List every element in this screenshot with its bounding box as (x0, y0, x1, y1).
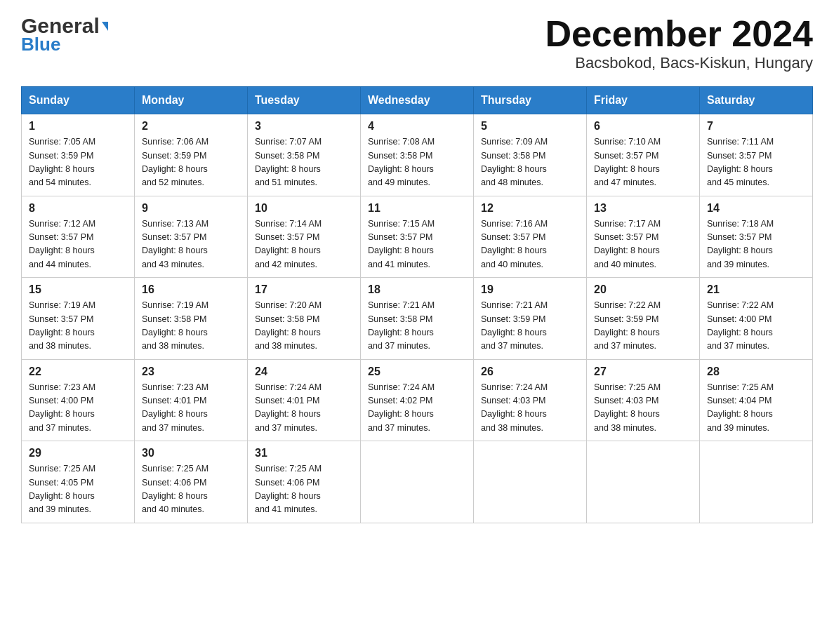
day-info: Sunrise: 7:25 AMSunset: 4:06 PMDaylight:… (255, 462, 353, 517)
day-number: 4 (368, 120, 466, 133)
day-number: 10 (255, 202, 353, 215)
day-info: Sunrise: 7:14 AMSunset: 3:57 PMDaylight:… (255, 217, 353, 272)
calendar-cell: 25Sunrise: 7:24 AMSunset: 4:02 PMDayligh… (361, 359, 474, 441)
calendar-cell: 21Sunrise: 7:22 AMSunset: 4:00 PMDayligh… (700, 278, 813, 360)
calendar-cell: 1Sunrise: 7:05 AMSunset: 3:59 PMDaylight… (22, 114, 135, 196)
day-number: 2 (142, 120, 240, 133)
day-number: 6 (594, 120, 692, 133)
calendar-cell: 28Sunrise: 7:25 AMSunset: 4:04 PMDayligh… (700, 359, 813, 441)
calendar-week-row: 15Sunrise: 7:19 AMSunset: 3:57 PMDayligh… (22, 278, 813, 360)
calendar-cell: 9Sunrise: 7:13 AMSunset: 3:57 PMDaylight… (135, 196, 248, 278)
calendar-cell: 4Sunrise: 7:08 AMSunset: 3:58 PMDaylight… (361, 114, 474, 196)
calendar-cell: 29Sunrise: 7:25 AMSunset: 4:05 PMDayligh… (22, 441, 135, 523)
calendar-week-row: 29Sunrise: 7:25 AMSunset: 4:05 PMDayligh… (22, 441, 813, 523)
calendar-cell: 24Sunrise: 7:24 AMSunset: 4:01 PMDayligh… (248, 359, 361, 441)
calendar-cell: 12Sunrise: 7:16 AMSunset: 3:57 PMDayligh… (474, 196, 587, 278)
logo: General Blue (21, 14, 108, 55)
day-number: 1 (29, 120, 127, 133)
day-number: 14 (707, 202, 805, 215)
day-info: Sunrise: 7:07 AMSunset: 3:58 PMDaylight:… (255, 135, 353, 190)
day-header-tuesday: Tuesday (248, 87, 361, 114)
day-number: 24 (255, 365, 353, 378)
calendar-cell (700, 441, 813, 523)
calendar-cell: 20Sunrise: 7:22 AMSunset: 3:59 PMDayligh… (587, 278, 700, 360)
day-number: 12 (481, 202, 579, 215)
calendar-cell: 26Sunrise: 7:24 AMSunset: 4:03 PMDayligh… (474, 359, 587, 441)
day-number: 31 (255, 447, 353, 459)
day-info: Sunrise: 7:16 AMSunset: 3:57 PMDaylight:… (481, 217, 579, 272)
calendar-week-row: 1Sunrise: 7:05 AMSunset: 3:59 PMDaylight… (22, 114, 813, 196)
day-number: 26 (481, 365, 579, 378)
day-info: Sunrise: 7:08 AMSunset: 3:58 PMDaylight:… (368, 135, 466, 190)
day-number: 20 (594, 283, 692, 296)
day-info: Sunrise: 7:11 AMSunset: 3:57 PMDaylight:… (707, 135, 805, 190)
calendar-table: SundayMondayTuesdayWednesdayThursdayFrid… (21, 86, 813, 523)
day-number: 13 (594, 202, 692, 215)
calendar-cell: 22Sunrise: 7:23 AMSunset: 4:00 PMDayligh… (22, 359, 135, 441)
calendar-header-row: SundayMondayTuesdayWednesdayThursdayFrid… (22, 87, 813, 114)
day-number: 18 (368, 283, 466, 296)
calendar-cell: 23Sunrise: 7:23 AMSunset: 4:01 PMDayligh… (135, 359, 248, 441)
day-info: Sunrise: 7:23 AMSunset: 4:01 PMDaylight:… (142, 381, 240, 436)
day-info: Sunrise: 7:18 AMSunset: 3:57 PMDaylight:… (707, 217, 805, 272)
calendar-cell: 10Sunrise: 7:14 AMSunset: 3:57 PMDayligh… (248, 196, 361, 278)
page-subtitle: Bacsbokod, Bacs-Kiskun, Hungary (545, 54, 813, 72)
calendar-week-row: 8Sunrise: 7:12 AMSunset: 3:57 PMDaylight… (22, 196, 813, 278)
day-number: 29 (29, 447, 127, 459)
calendar-cell: 31Sunrise: 7:25 AMSunset: 4:06 PMDayligh… (248, 441, 361, 523)
calendar-cell (474, 441, 587, 523)
calendar-cell: 16Sunrise: 7:19 AMSunset: 3:58 PMDayligh… (135, 278, 248, 360)
day-info: Sunrise: 7:10 AMSunset: 3:57 PMDaylight:… (594, 135, 692, 190)
day-number: 19 (481, 283, 579, 296)
day-number: 22 (29, 365, 127, 378)
day-header-saturday: Saturday (700, 87, 813, 114)
day-number: 30 (142, 447, 240, 459)
calendar-cell: 8Sunrise: 7:12 AMSunset: 3:57 PMDaylight… (22, 196, 135, 278)
day-number: 15 (29, 283, 127, 296)
day-number: 27 (594, 365, 692, 378)
day-info: Sunrise: 7:12 AMSunset: 3:57 PMDaylight:… (29, 217, 127, 272)
day-info: Sunrise: 7:06 AMSunset: 3:59 PMDaylight:… (142, 135, 240, 190)
day-info: Sunrise: 7:22 AMSunset: 4:00 PMDaylight:… (707, 299, 805, 354)
day-header-monday: Monday (135, 87, 248, 114)
day-header-sunday: Sunday (22, 87, 135, 114)
day-info: Sunrise: 7:09 AMSunset: 3:58 PMDaylight:… (481, 135, 579, 190)
day-info: Sunrise: 7:25 AMSunset: 4:05 PMDaylight:… (29, 462, 127, 517)
calendar-cell: 11Sunrise: 7:15 AMSunset: 3:57 PMDayligh… (361, 196, 474, 278)
calendar-cell: 19Sunrise: 7:21 AMSunset: 3:59 PMDayligh… (474, 278, 587, 360)
calendar-cell: 3Sunrise: 7:07 AMSunset: 3:58 PMDaylight… (248, 114, 361, 196)
day-info: Sunrise: 7:25 AMSunset: 4:06 PMDaylight:… (142, 462, 240, 517)
day-number: 16 (142, 283, 240, 296)
calendar-cell: 2Sunrise: 7:06 AMSunset: 3:59 PMDaylight… (135, 114, 248, 196)
day-number: 21 (707, 283, 805, 296)
day-info: Sunrise: 7:24 AMSunset: 4:03 PMDaylight:… (481, 381, 579, 436)
day-number: 3 (255, 120, 353, 133)
calendar-cell: 7Sunrise: 7:11 AMSunset: 3:57 PMDaylight… (700, 114, 813, 196)
calendar-cell: 27Sunrise: 7:25 AMSunset: 4:03 PMDayligh… (587, 359, 700, 441)
day-info: Sunrise: 7:25 AMSunset: 4:03 PMDaylight:… (594, 381, 692, 436)
day-info: Sunrise: 7:13 AMSunset: 3:57 PMDaylight:… (142, 217, 240, 272)
page-header: General Blue December 2024 Bacsbokod, Ba… (21, 14, 813, 72)
day-number: 9 (142, 202, 240, 215)
day-info: Sunrise: 7:21 AMSunset: 3:58 PMDaylight:… (368, 299, 466, 354)
calendar-cell: 14Sunrise: 7:18 AMSunset: 3:57 PMDayligh… (700, 196, 813, 278)
day-number: 7 (707, 120, 805, 133)
calendar-cell (361, 441, 474, 523)
day-number: 17 (255, 283, 353, 296)
day-number: 8 (29, 202, 127, 215)
calendar-week-row: 22Sunrise: 7:23 AMSunset: 4:00 PMDayligh… (22, 359, 813, 441)
calendar-cell: 6Sunrise: 7:10 AMSunset: 3:57 PMDaylight… (587, 114, 700, 196)
calendar-cell: 30Sunrise: 7:25 AMSunset: 4:06 PMDayligh… (135, 441, 248, 523)
calendar-cell: 17Sunrise: 7:20 AMSunset: 3:58 PMDayligh… (248, 278, 361, 360)
calendar-cell: 5Sunrise: 7:09 AMSunset: 3:58 PMDaylight… (474, 114, 587, 196)
day-header-thursday: Thursday (474, 87, 587, 114)
day-number: 11 (368, 202, 466, 215)
day-number: 25 (368, 365, 466, 378)
calendar-cell: 13Sunrise: 7:17 AMSunset: 3:57 PMDayligh… (587, 196, 700, 278)
logo-blue: Blue (21, 34, 60, 55)
day-info: Sunrise: 7:15 AMSunset: 3:57 PMDaylight:… (368, 217, 466, 272)
calendar-cell: 15Sunrise: 7:19 AMSunset: 3:57 PMDayligh… (22, 278, 135, 360)
day-info: Sunrise: 7:20 AMSunset: 3:58 PMDaylight:… (255, 299, 353, 354)
calendar-cell: 18Sunrise: 7:21 AMSunset: 3:58 PMDayligh… (361, 278, 474, 360)
day-info: Sunrise: 7:25 AMSunset: 4:04 PMDaylight:… (707, 381, 805, 436)
